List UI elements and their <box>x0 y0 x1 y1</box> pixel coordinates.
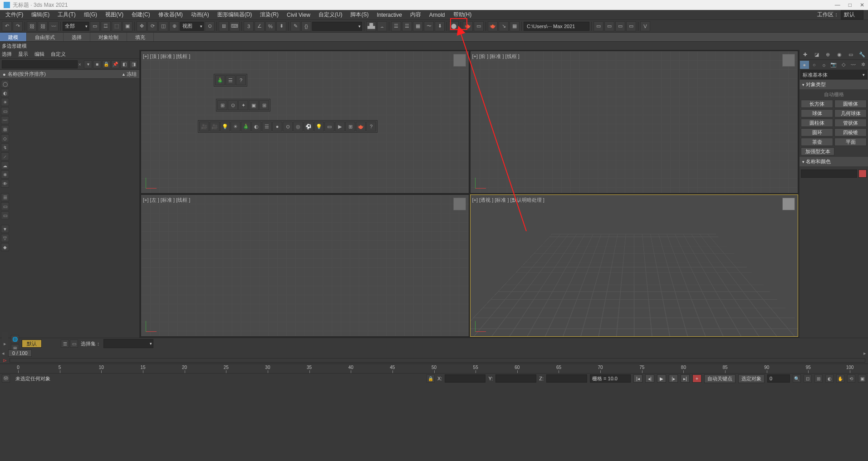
ribbon-tab-objectpaint[interactable]: 对象绘制 <box>90 33 127 41</box>
filter-spacewarps-icon[interactable]: ⊞ <box>1 125 9 133</box>
frame-display[interactable]: 0 / 100 <box>8 349 32 357</box>
floating-toolbar-2[interactable]: ⊞ ⊙ ✦ ▣ ⊞ <box>216 99 270 112</box>
ft2-btn2[interactable]: ⊙ <box>228 100 238 110</box>
timeline-ruler[interactable]: 0510152025303540455055606570758085909510… <box>0 364 868 374</box>
keyboard-shortcut-button[interactable]: ⌨ <box>230 21 240 31</box>
cat-lights-icon[interactable]: ☼ <box>819 61 829 69</box>
expand-all-icon[interactable]: ● <box>3 72 6 77</box>
btn-textplus[interactable]: 加强型文本 <box>801 147 834 155</box>
nav-pan-button[interactable]: ✋ <box>836 374 844 383</box>
ft3-camera-icon[interactable]: 🎥 <box>199 121 209 131</box>
filter-geometry-icon[interactable]: ◯ <box>1 80 9 88</box>
menu-views[interactable]: 视图(V) <box>102 10 127 19</box>
select-scale-button[interactable]: ◫ <box>158 21 168 31</box>
render-iterative-button[interactable]: ↘ <box>499 21 509 31</box>
render-setup-button[interactable]: 🫖 <box>463 21 473 31</box>
viewport-top-label[interactable]: [+] [顶 ] [标准 ] [线框 ] <box>143 53 190 60</box>
schematic-view-button[interactable]: ⬇ <box>435 21 445 31</box>
btn-teapot[interactable]: 茶壶 <box>801 138 833 146</box>
viewport-front[interactable]: [+] [前 ] [标准 ] [线框 ] <box>470 51 799 194</box>
menu-grapheditors[interactable]: 图形编辑器(D) <box>214 10 256 19</box>
cmd-tab-motion[interactable]: ◉ <box>835 51 844 59</box>
menu-animation[interactable]: 动画(A) <box>187 10 213 19</box>
open-asset-button[interactable]: ▭ <box>615 21 625 31</box>
select-place-button[interactable]: ⊕ <box>169 21 179 31</box>
select-rotate-button[interactable]: ⟳ <box>147 21 157 31</box>
btn-geosphere[interactable]: 几何球体 <box>834 109 867 117</box>
select-object-button[interactable]: ▭ <box>90 21 100 31</box>
select-move-button[interactable]: ✥ <box>137 21 147 31</box>
vray-button[interactable]: V <box>640 21 650 31</box>
ref-coord-dropdown[interactable]: 视图 <box>180 22 204 31</box>
ft3-btn15[interactable]: ⊞ <box>345 121 355 131</box>
slider-arrow-right-icon[interactable]: ▸ <box>863 350 866 356</box>
layer-btn1[interactable]: ☰ <box>61 340 69 348</box>
track-default-label[interactable]: 默认 <box>22 340 42 348</box>
filter-xrefs-icon[interactable]: ↯ <box>1 143 9 151</box>
filter-opt2-icon[interactable]: ▭ <box>1 202 9 210</box>
floating-toolbar-1[interactable]: 🎄 ☰ ? <box>214 74 247 87</box>
project-path-display[interactable]: C:\Users\··· Max 2021 <box>524 22 589 31</box>
menu-scripting[interactable]: 脚本(S) <box>347 10 372 19</box>
ribbon-tab-modeling[interactable]: 建模 <box>0 33 27 41</box>
workspace-dropdown[interactable]: 默认 <box>841 10 863 19</box>
maxscript-icon[interactable]: Ⓜ <box>2 374 10 383</box>
viewcube-persp[interactable] <box>782 198 795 210</box>
filter-opt5-icon[interactable]: ◆ <box>1 243 9 251</box>
select-by-name-button[interactable]: ☲ <box>101 21 111 31</box>
link-button[interactable]: ⛓ <box>27 21 37 31</box>
angle-snap-button[interactable]: ∠ <box>255 21 265 31</box>
pin-button[interactable]: 📌 <box>111 60 119 68</box>
viewcube-front[interactable] <box>782 54 795 67</box>
ribbon-tab-freeform[interactable]: 自由形式 <box>27 33 64 41</box>
viewport-left-label[interactable]: [+] [左 ] [标准 ] [线框 ] <box>143 197 190 204</box>
play-button[interactable]: ▶ <box>657 374 666 383</box>
filter-shapes-icon[interactable]: ◐ <box>1 89 9 97</box>
nav-orbit-button[interactable]: ⟲ <box>847 374 855 383</box>
btn-tube[interactable]: 管状体 <box>834 119 867 127</box>
unlink-button[interactable]: ⛓ <box>38 21 48 31</box>
a360-button[interactable]: ▭ <box>604 21 614 31</box>
lock-selection-button[interactable]: 🔒 <box>427 374 435 383</box>
menu-edit[interactable]: 编辑(E) <box>28 10 53 19</box>
autodesk-app-button[interactable]: ▭ <box>593 21 603 31</box>
cmd-tab-hierarchy[interactable]: ⊕ <box>824 51 833 59</box>
ft3-btn6[interactable]: ◐ <box>251 121 261 131</box>
nav-zoomall-button[interactable]: ⊡ <box>804 374 812 383</box>
bind-spacewarp-button[interactable]: 〰 <box>49 21 59 31</box>
btn-sphere[interactable]: 球体 <box>801 109 833 117</box>
current-frame-input[interactable]: 0 <box>767 374 790 383</box>
cat-spacewarps-icon[interactable]: 〰 <box>849 61 858 69</box>
coord-z-input[interactable] <box>546 374 587 383</box>
ft2-btn1[interactable]: ⊞ <box>217 100 227 110</box>
coord-x-input[interactable] <box>445 374 485 383</box>
filter-containers-icon[interactable]: ☁ <box>1 161 9 170</box>
display-button[interactable]: ◧ <box>120 60 128 68</box>
scene-tab-customize[interactable]: 自定义 <box>51 51 66 58</box>
menu-customize[interactable]: 自定义(U) <box>315 10 346 19</box>
use-pivot-center-button[interactable]: ⊙ <box>205 21 215 31</box>
ft3-sun-icon[interactable]: ☀ <box>230 121 240 131</box>
btn-cylinder[interactable]: 圆柱体 <box>801 119 833 127</box>
cmd-tab-display[interactable]: ▭ <box>846 51 855 59</box>
time-scrub-row[interactable]: ⊳ <box>0 357 868 364</box>
menu-civilview[interactable]: Civil View <box>283 11 314 19</box>
ft3-btn11[interactable]: ⚽ <box>304 121 314 131</box>
window-crossing-button[interactable]: ▣ <box>123 21 132 31</box>
scene-col-freeze[interactable]: 冻结 <box>127 71 137 78</box>
nav-zoomext-button[interactable]: ⊞ <box>814 374 823 383</box>
filter-opt3-icon[interactable]: ▭ <box>1 211 9 219</box>
render-frame-window-button[interactable]: ▭ <box>474 21 484 31</box>
cat-systems-icon[interactable]: ✲ <box>858 61 868 69</box>
rect-select-region-button[interactable]: ⬚ <box>112 21 122 31</box>
menu-group[interactable]: 组(G) <box>80 10 101 19</box>
filter-bones-icon[interactable]: ⟋ <box>1 152 9 160</box>
viewport-left[interactable]: [+] [左 ] [标准 ] [线框 ] <box>141 194 469 337</box>
ft3-btn14[interactable]: ▶ <box>335 121 345 131</box>
undo-button[interactable]: ↶ <box>2 21 12 31</box>
cat-helpers-icon[interactable]: ◇ <box>839 61 848 69</box>
slider-arrow-left-icon[interactable]: ◂ <box>2 350 5 356</box>
search-filter-button[interactable]: ▾ <box>84 60 92 68</box>
viewport-front-label[interactable]: [+] [前 ] [标准 ] [线框 ] <box>472 53 520 60</box>
viewport-persp-label[interactable]: [+] [透视 ] [标准 ] [默认明暗处理 ] <box>472 197 544 204</box>
